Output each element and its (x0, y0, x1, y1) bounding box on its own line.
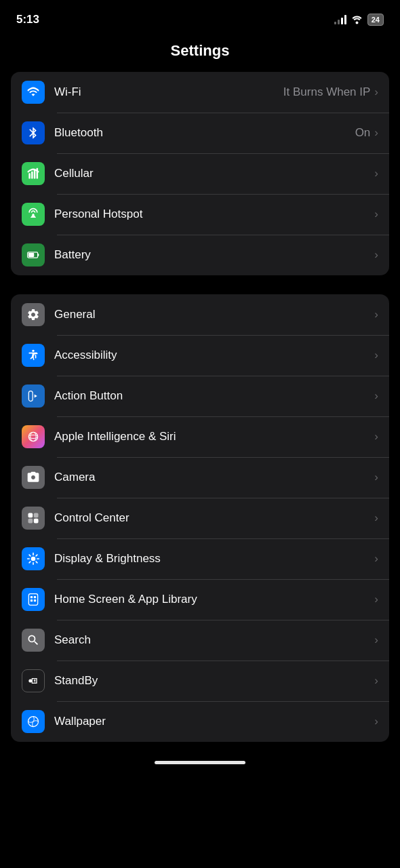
standby-label: StandBy (54, 674, 374, 688)
svg-rect-8 (28, 253, 34, 257)
svg-rect-14 (28, 513, 33, 518)
settings-group: General › Accessibility › Action Button … (11, 294, 389, 742)
svg-point-0 (355, 22, 358, 24)
controlcenter-row[interactable]: Control Center › (11, 498, 389, 538)
general-row[interactable]: General › (11, 294, 389, 335)
svg-point-12 (31, 432, 36, 441)
camera-icon (26, 471, 40, 484)
battery-label: Battery (54, 248, 370, 262)
siri-label: Apple Intelligence & Siri (54, 430, 374, 443)
siri-icon-wrap (22, 425, 45, 448)
camera-label: Camera (54, 471, 374, 484)
action-icon-wrap (22, 384, 45, 408)
camera-chevron: › (374, 471, 378, 484)
svg-rect-22 (31, 599, 33, 601)
svg-rect-23 (34, 599, 36, 601)
standby-icon (26, 674, 40, 688)
svg-rect-4 (37, 168, 39, 179)
wifi-status-icon (351, 15, 363, 24)
hotspot-icon-wrap (22, 203, 45, 226)
accessibility-label: Accessibility (54, 349, 374, 362)
siri-row[interactable]: Apple Intelligence & Siri › (11, 416, 389, 457)
battery-row[interactable]: Battery › (11, 235, 389, 275)
search-chevron: › (374, 633, 378, 647)
controlcenter-label: Control Center (54, 511, 374, 525)
hotspot-chevron: › (374, 208, 378, 221)
accessibility-chevron: › (374, 349, 378, 362)
camera-row[interactable]: Camera › (11, 457, 389, 498)
search-icon-wrap (22, 629, 45, 652)
cellular-label: Cellular (54, 167, 370, 180)
search-icon (26, 633, 40, 647)
wifi-label: Wi-Fi (54, 85, 283, 99)
bluetooth-row[interactable]: Bluetooth On › (11, 113, 389, 153)
homescreen-row[interactable]: Home Screen & App Library › (11, 579, 389, 620)
accessibility-row[interactable]: Accessibility › (11, 335, 389, 376)
status-bar: 5:13 24 (0, 0, 400, 35)
action-button-icon (26, 389, 40, 403)
wifi-row[interactable]: Wi-Fi It Burns When IP › (11, 72, 389, 113)
bluetooth-icon (26, 126, 40, 140)
standby-chevron: › (374, 674, 378, 688)
accessibility-icon (26, 349, 40, 362)
homescreen-chevron: › (374, 593, 378, 606)
siri-chevron: › (374, 430, 378, 443)
battery-status-icon: 24 (367, 14, 384, 26)
camera-icon-wrap (22, 466, 45, 489)
wifi-value: It Burns When IP (283, 85, 371, 99)
display-icon-wrap (22, 547, 45, 570)
status-icons: 24 (334, 14, 384, 26)
gear-icon (26, 308, 40, 321)
wallpaper-icon (26, 715, 40, 728)
homescreen-label: Home Screen & App Library (54, 593, 374, 606)
action-button-row[interactable]: Action Button › (11, 376, 389, 416)
svg-rect-19 (28, 594, 37, 606)
display-chevron: › (374, 552, 378, 566)
general-label: General (54, 308, 374, 321)
battery-row-icon (26, 248, 40, 262)
search-row[interactable]: Search › (11, 620, 389, 660)
svg-rect-7 (38, 254, 39, 256)
controlcenter-icon-wrap (22, 507, 45, 530)
general-chevron: › (374, 308, 378, 321)
battery-chevron: › (374, 248, 378, 262)
svg-rect-15 (34, 513, 39, 518)
bluetooth-icon-wrap (22, 121, 45, 144)
svg-rect-20 (31, 596, 33, 598)
cellular-icon-wrap (22, 162, 45, 185)
display-row[interactable]: Display & Brightness › (11, 538, 389, 579)
connectivity-group: Wi-Fi It Burns When IP › Bluetooth On › … (11, 72, 389, 275)
cellular-chevron: › (374, 167, 378, 180)
home-indicator (155, 761, 245, 764)
cellular-row[interactable]: Cellular › (11, 153, 389, 194)
svg-point-5 (33, 214, 35, 216)
status-time: 5:13 (16, 13, 39, 26)
homescreen-icon (26, 593, 40, 606)
battery-level: 24 (372, 16, 380, 24)
wallpaper-icon-wrap (22, 710, 45, 733)
wifi-chevron: › (374, 85, 378, 99)
display-label: Display & Brightness (54, 552, 374, 566)
hotspot-row[interactable]: Personal Hotspot › (11, 194, 389, 235)
standby-icon-wrap (22, 669, 45, 692)
hotspot-label: Personal Hotspot (54, 208, 370, 221)
page-title: Settings (0, 35, 400, 72)
standby-row[interactable]: StandBy › (11, 660, 389, 701)
action-button-chevron: › (374, 389, 378, 403)
siri-icon (26, 430, 40, 443)
svg-point-9 (32, 350, 34, 352)
cellular-icon (26, 167, 40, 180)
svg-point-24 (28, 679, 32, 683)
signal-icon (334, 15, 346, 24)
bluetooth-label: Bluetooth (54, 126, 355, 140)
battery-icon-wrap (22, 243, 45, 267)
svg-rect-21 (34, 596, 36, 598)
bluetooth-value: On (355, 126, 371, 140)
hotspot-icon (26, 208, 40, 221)
wallpaper-row[interactable]: Wallpaper › (11, 701, 389, 742)
svg-rect-10 (28, 391, 33, 401)
accessibility-icon-wrap (22, 344, 45, 367)
wifi-icon (26, 85, 40, 99)
svg-rect-17 (34, 519, 39, 524)
general-icon-wrap (22, 303, 45, 326)
